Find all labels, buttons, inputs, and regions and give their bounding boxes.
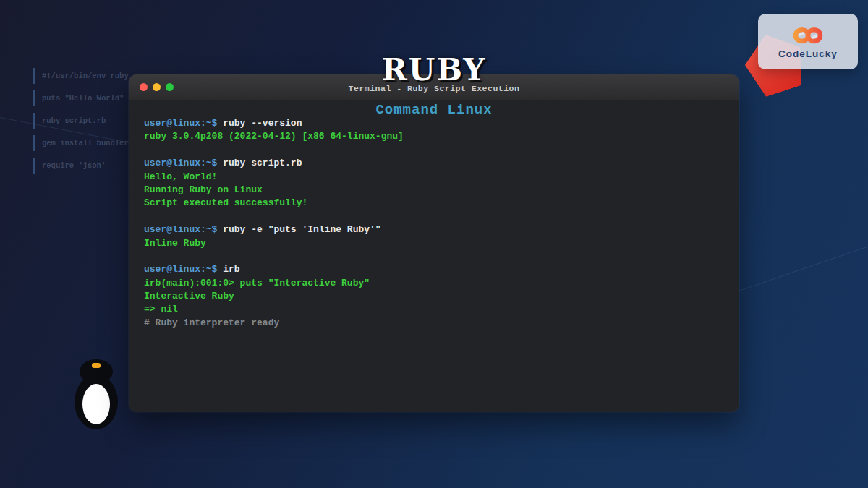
terminal-line: user@linux:~$ ruby -e "puts 'Inline Ruby… xyxy=(144,223,732,236)
terminal-line: irb(main):001:0> puts "Interactive Ruby" xyxy=(144,277,732,290)
terminal-output[interactable]: user@linux:~$ ruby --versionruby 3.0.4p2… xyxy=(144,117,732,406)
penguin-beak xyxy=(92,363,101,368)
terminal-segment-out: irb(main):001:0> puts "Interactive Ruby" xyxy=(144,278,370,288)
page-title: RUBY xyxy=(0,52,868,87)
terminal-line: Script executed successfully! xyxy=(144,197,732,210)
terminal-line xyxy=(144,210,732,223)
terminal-line: user@linux:~$ ruby --version xyxy=(144,117,732,130)
penguin-mascot xyxy=(73,357,119,429)
terminal-segment-out: Running Ruby on Linux xyxy=(144,184,263,195)
terminal-line: Interactive Ruby xyxy=(144,290,732,303)
terminal-segment-comment: # Ruby interpreter ready xyxy=(144,317,279,328)
terminal-segment-cmd: ruby -e "puts 'Inline Ruby'" xyxy=(223,224,380,235)
terminal-segment-prompt: user@linux:~$ xyxy=(144,118,223,129)
infinity-icon xyxy=(786,25,830,46)
terminal-segment-out: Interactive Ruby xyxy=(144,291,234,301)
terminal-line: Running Ruby on Linux xyxy=(144,184,732,197)
terminal-segment-cmd: irb xyxy=(223,264,239,275)
terminal-segment-prompt: user@linux:~$ xyxy=(144,224,223,235)
terminal-window: Terminal - Ruby Script Execution Command… xyxy=(129,74,739,412)
terminal-line xyxy=(144,144,732,157)
terminal-segment-out: Hello, World! xyxy=(144,171,217,182)
code-snippet: ruby script.rb xyxy=(33,113,129,129)
terminal-segment-out: => nil xyxy=(144,304,178,314)
terminal-line: Hello, World! xyxy=(144,171,732,184)
terminal-segment-prompt: user@linux:~$ xyxy=(144,264,223,275)
terminal-segment-out: ruby 3.0.4p208 (2022-04-12) [x86_64-linu… xyxy=(144,131,404,142)
terminal-line: ruby 3.0.4p208 (2022-04-12) [x86_64-linu… xyxy=(144,130,732,143)
terminal-line xyxy=(144,250,732,263)
terminal-line: => nil xyxy=(144,303,732,316)
code-snippet: require 'json' xyxy=(33,158,129,174)
terminal-segment-cmd: ruby --version xyxy=(223,118,302,129)
terminal-line: Inline Ruby xyxy=(144,237,732,250)
code-snippet: gem install bundler xyxy=(33,135,129,151)
terminal-line: # Ruby interpreter ready xyxy=(144,317,732,330)
terminal-segment-out: Script executed successfully! xyxy=(144,197,307,208)
terminal-segment-cmd: ruby script.rb xyxy=(223,158,302,168)
terminal-line: user@linux:~$ irb xyxy=(144,263,732,276)
terminal-line: user@linux:~$ ruby script.rb xyxy=(144,157,732,170)
terminal-header: Command Linux xyxy=(129,102,739,118)
penguin-belly xyxy=(82,384,110,424)
terminal-segment-prompt: user@linux:~$ xyxy=(144,158,223,168)
terminal-segment-out: Inline Ruby xyxy=(144,238,206,249)
code-snippet: puts "Hello World" xyxy=(33,90,129,106)
